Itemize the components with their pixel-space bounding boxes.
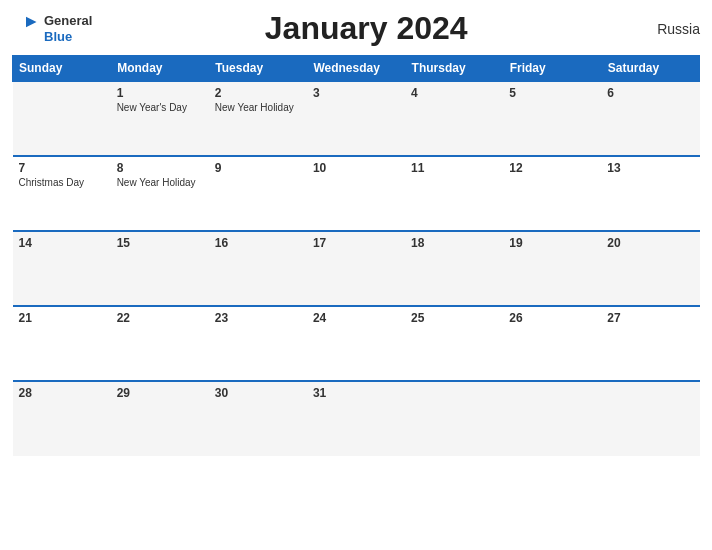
- day-number: 28: [19, 386, 105, 400]
- calendar-cell: 15: [111, 231, 209, 306]
- day-number: 25: [411, 311, 497, 325]
- calendar-cell: 20: [601, 231, 699, 306]
- day-number: 19: [509, 236, 595, 250]
- calendar-cell: 25: [405, 306, 503, 381]
- calendar-cell: [13, 81, 111, 156]
- day-number: 22: [117, 311, 203, 325]
- logo-text: GeneralBlue: [44, 13, 92, 44]
- holiday-label: New Year's Day: [117, 102, 203, 113]
- day-number: 6: [607, 86, 693, 100]
- day-number: 31: [313, 386, 399, 400]
- day-number: 7: [19, 161, 105, 175]
- calendar-cell: 23: [209, 306, 307, 381]
- day-number: 20: [607, 236, 693, 250]
- calendar-week-3: 14151617181920: [13, 231, 700, 306]
- calendar-cell: 2New Year Holiday: [209, 81, 307, 156]
- day-number: 23: [215, 311, 301, 325]
- day-number: 8: [117, 161, 203, 175]
- col-sunday: Sunday: [13, 56, 111, 82]
- calendar-week-2: 7Christmas Day8New Year Holiday910111213: [13, 156, 700, 231]
- calendar-cell: 4: [405, 81, 503, 156]
- calendar-header: GeneralBlue January 2024 Russia: [12, 10, 700, 47]
- day-number: 3: [313, 86, 399, 100]
- day-number: 21: [19, 311, 105, 325]
- calendar-week-5: 28293031: [13, 381, 700, 456]
- logo-icon: [12, 15, 40, 43]
- day-number: 4: [411, 86, 497, 100]
- calendar-cell: 12: [503, 156, 601, 231]
- calendar-cell: 19: [503, 231, 601, 306]
- day-number: 14: [19, 236, 105, 250]
- holiday-label: New Year Holiday: [117, 177, 203, 188]
- day-number: 1: [117, 86, 203, 100]
- day-number: 18: [411, 236, 497, 250]
- day-number: 27: [607, 311, 693, 325]
- calendar-cell: 28: [13, 381, 111, 456]
- calendar-cell: 16: [209, 231, 307, 306]
- col-tuesday: Tuesday: [209, 56, 307, 82]
- day-number: 11: [411, 161, 497, 175]
- calendar-cell: 30: [209, 381, 307, 456]
- day-number: 10: [313, 161, 399, 175]
- calendar-cell: 26: [503, 306, 601, 381]
- calendar-cell: 31: [307, 381, 405, 456]
- calendar-cell: 24: [307, 306, 405, 381]
- day-number: 26: [509, 311, 595, 325]
- calendar-cell: 22: [111, 306, 209, 381]
- calendar-cell: 27: [601, 306, 699, 381]
- calendar-cell: [405, 381, 503, 456]
- calendar-title: January 2024: [92, 10, 640, 47]
- calendar-week-1: 1New Year's Day2New Year Holiday3456: [13, 81, 700, 156]
- col-wednesday: Wednesday: [307, 56, 405, 82]
- days-header-row: Sunday Monday Tuesday Wednesday Thursday…: [13, 56, 700, 82]
- day-number: 9: [215, 161, 301, 175]
- calendar-table: Sunday Monday Tuesday Wednesday Thursday…: [12, 55, 700, 456]
- day-number: 12: [509, 161, 595, 175]
- calendar-cell: 13: [601, 156, 699, 231]
- calendar-cell: [503, 381, 601, 456]
- calendar-cell: 18: [405, 231, 503, 306]
- svg-marker-1: [26, 16, 37, 27]
- calendar-cell: 5: [503, 81, 601, 156]
- calendar-cell: 1New Year's Day: [111, 81, 209, 156]
- day-number: 30: [215, 386, 301, 400]
- calendar-cell: 17: [307, 231, 405, 306]
- col-thursday: Thursday: [405, 56, 503, 82]
- calendar-cell: 21: [13, 306, 111, 381]
- day-number: 13: [607, 161, 693, 175]
- calendar-cell: 9: [209, 156, 307, 231]
- calendar-cell: 6: [601, 81, 699, 156]
- calendar-cell: 29: [111, 381, 209, 456]
- calendar-cell: 10: [307, 156, 405, 231]
- calendar-page: GeneralBlue January 2024 Russia Sunday M…: [0, 0, 712, 550]
- holiday-label: New Year Holiday: [215, 102, 301, 113]
- calendar-cell: [601, 381, 699, 456]
- calendar-cell: 7Christmas Day: [13, 156, 111, 231]
- calendar-cell: 8New Year Holiday: [111, 156, 209, 231]
- day-number: 5: [509, 86, 595, 100]
- holiday-label: Christmas Day: [19, 177, 105, 188]
- calendar-cell: 14: [13, 231, 111, 306]
- calendar-week-4: 21222324252627: [13, 306, 700, 381]
- col-friday: Friday: [503, 56, 601, 82]
- logo: GeneralBlue: [12, 13, 92, 44]
- country-label: Russia: [640, 21, 700, 37]
- day-number: 17: [313, 236, 399, 250]
- day-number: 16: [215, 236, 301, 250]
- day-number: 24: [313, 311, 399, 325]
- col-monday: Monday: [111, 56, 209, 82]
- calendar-cell: 11: [405, 156, 503, 231]
- calendar-cell: 3: [307, 81, 405, 156]
- day-number: 29: [117, 386, 203, 400]
- col-saturday: Saturday: [601, 56, 699, 82]
- day-number: 2: [215, 86, 301, 100]
- day-number: 15: [117, 236, 203, 250]
